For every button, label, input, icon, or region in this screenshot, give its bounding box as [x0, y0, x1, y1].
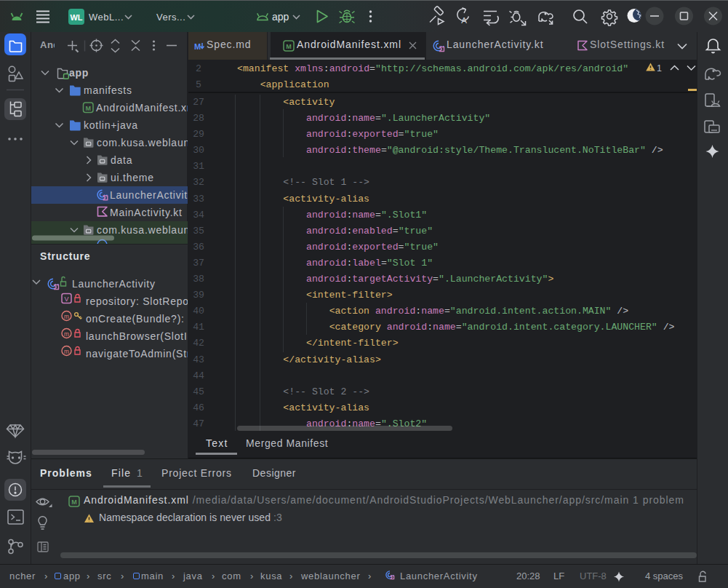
svg-text:1: 1: [657, 63, 662, 74]
svg-text:M: M: [71, 498, 77, 506]
svg-text:Vers...: Vers...: [156, 12, 185, 23]
svg-text:M: M: [194, 42, 201, 51]
svg-text:M: M: [286, 43, 292, 50]
svg-text:WL: WL: [70, 13, 82, 22]
svg-text:V: V: [64, 295, 68, 303]
svg-text:m: m: [64, 313, 69, 320]
svg-text:WebL...: WebL...: [89, 12, 124, 23]
svg-text:M: M: [85, 105, 91, 112]
svg-text:app: app: [272, 11, 289, 23]
svg-text:A: A: [461, 16, 467, 25]
